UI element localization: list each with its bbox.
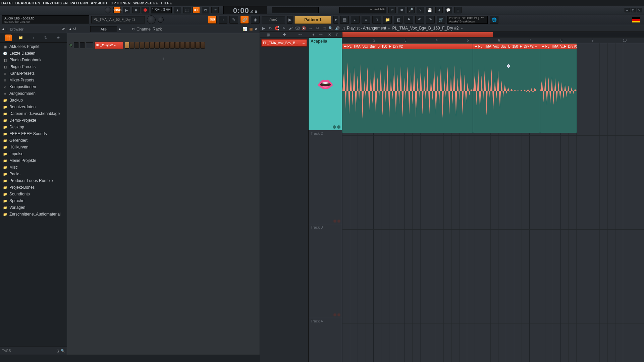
pl-select-icon[interactable]: ⬚ xyxy=(321,25,327,31)
step-1[interactable] xyxy=(125,42,129,49)
shop-icon[interactable]: 🛒 xyxy=(437,16,445,24)
picker-grid-icon[interactable]: ▦ xyxy=(265,32,271,38)
tree-item-vorlagen[interactable]: 📁Vorlagen xyxy=(0,204,67,211)
track-3-mute[interactable] xyxy=(333,313,336,316)
channel-pan-knob[interactable] xyxy=(74,42,78,48)
track-1-mute[interactable] xyxy=(333,125,336,129)
midi-play-icon[interactable]: ▶ xyxy=(287,16,292,24)
audio-clip-2[interactable]: ↦ PL_TMA_Vox_Bgv_B_150_F_Dry #2 ↤ xyxy=(473,43,540,133)
pattern-dropdown-icon[interactable]: ▾ xyxy=(333,16,338,24)
browser-audio-icon[interactable]: ♪ xyxy=(30,35,37,41)
channel-filter-dropdown[interactable]: Alle xyxy=(90,26,117,32)
step-15[interactable] xyxy=(195,42,200,49)
track-close-icon[interactable]: ✕ xyxy=(328,33,331,37)
step-8[interactable] xyxy=(160,42,165,49)
channel-pan-knob[interactable] xyxy=(158,17,164,23)
tree-item-impulse[interactable]: 📁Impulse xyxy=(0,150,67,157)
step-sequencer[interactable] xyxy=(125,42,205,49)
tree-item-misc[interactable]: 📁Misc xyxy=(0,164,67,171)
tree-item-producer-loops[interactable]: 📁Producer Loops Rumble xyxy=(0,177,67,184)
time-display[interactable]: 0:00.0 0 xyxy=(223,6,267,14)
browser-icon[interactable]: 📁 xyxy=(383,16,392,24)
minimap-region[interactable] xyxy=(342,32,493,37)
pl-play-icon[interactable]: ▶ xyxy=(261,25,267,31)
time-ruler[interactable]: 2 3 4 5 6 7 8 9 10 xyxy=(342,38,644,43)
menu-ansicht[interactable]: ANSICHT xyxy=(91,1,108,5)
track-wave-icon[interactable]: 〰 xyxy=(319,33,323,37)
tree-item-demo-projekte[interactable]: 📁Demo-Projekte xyxy=(0,117,67,124)
pl-playback-icon[interactable]: 🔊 xyxy=(334,25,340,31)
track-header-2[interactable]: Track 2 xyxy=(309,130,342,224)
play-button[interactable]: ▶ xyxy=(123,7,130,13)
audio-clip-3[interactable]: ↦ PL_TMA_V..F_Dry #2 xyxy=(540,43,577,133)
picker-add-icon[interactable]: ✚ xyxy=(281,32,287,38)
live-icon[interactable]: ◉ xyxy=(251,16,260,24)
typing-keyboard-icon[interactable]: ⌨ xyxy=(208,16,217,24)
step-5[interactable] xyxy=(145,42,150,49)
browser-tree[interactable]: ▣Aktuelles Projekt 🕒Letzte Dateien ◧Plug… xyxy=(0,43,67,347)
browser-collapse-icon[interactable]: ◂ xyxy=(2,27,4,31)
loop-rec-icon[interactable]: ⟳ xyxy=(211,7,219,13)
track-2-lane[interactable] xyxy=(342,136,644,230)
channel-mute-led[interactable] xyxy=(69,44,72,47)
breadcrumb-clip[interactable]: PL_TMA_Vox_Bgv_B_150_F_Dry #2 xyxy=(392,26,459,31)
pl-eraser-icon[interactable]: ⌫ xyxy=(294,25,300,31)
picker-wave-icon[interactable]: 〰 xyxy=(298,32,304,38)
track-2-mute[interactable] xyxy=(333,220,336,223)
playlist-view-icon[interactable]: ▦ xyxy=(340,16,349,24)
pl-zoom-icon[interactable]: 🔍 xyxy=(328,25,334,31)
track-3-solo[interactable] xyxy=(337,313,340,316)
menu-datei[interactable]: DATEI xyxy=(1,1,13,5)
pl-brush-icon[interactable]: 🖌 xyxy=(287,25,293,31)
step-11[interactable] xyxy=(175,42,180,49)
tempo-display[interactable]: 130.000 xyxy=(151,7,172,13)
tree-item-desktop[interactable]: 📁Desktop xyxy=(0,124,67,130)
browser-star-icon[interactable]: ★ xyxy=(55,35,62,41)
tree-item-aufgenommen[interactable]: ●Aufgenommen xyxy=(0,90,67,97)
step-icon[interactable]: → xyxy=(219,16,227,24)
news-panel[interactable]: 23:12 FL STUDIO 21 | 'I'm Awake' Breakdo… xyxy=(447,16,488,24)
step-13[interactable] xyxy=(185,42,190,49)
track-2-name[interactable]: Track 2 xyxy=(309,130,342,136)
playlist-grid[interactable]: 2 3 4 5 6 7 8 9 10 xyxy=(342,38,644,362)
main-volume-knob[interactable] xyxy=(105,7,111,13)
browser-back-icon[interactable]: ↑ xyxy=(6,27,8,31)
cr-history-icon[interactable]: ↺ xyxy=(73,27,76,31)
channel-route-button[interactable] xyxy=(86,42,93,48)
browser-all-icon[interactable]: ⬚ xyxy=(5,35,12,41)
channel-rack-icon[interactable]: ≡ xyxy=(362,16,370,24)
track-1-solo[interactable] xyxy=(337,125,340,129)
link-icon[interactable]: 🔗 xyxy=(240,16,249,24)
picker-clip-item[interactable]: PL_TMA_Vox_Bgv_B...↔ xyxy=(261,39,307,47)
pl-magnet-icon[interactable]: 🧲 xyxy=(274,25,280,31)
tree-item-kanal-presets[interactable]: ⎍Kanal-Presets xyxy=(0,70,67,77)
step-4[interactable] xyxy=(140,42,145,49)
track-3-lane[interactable] xyxy=(342,230,644,323)
download-icon[interactable]: ⤓ xyxy=(454,7,462,13)
redo-icon[interactable]: ↷ xyxy=(426,16,435,24)
pl-slip-icon[interactable]: ↔ xyxy=(308,25,314,31)
save-icon[interactable]: 💾 xyxy=(426,7,433,13)
overdub-icon[interactable]: ⧉ xyxy=(202,7,209,13)
track-1-lane[interactable]: ↦ PL_TMA_Vox_Bgv_B_150_F_Dry #2 ↦ PL_TMA… xyxy=(342,43,644,136)
step-3[interactable] xyxy=(135,42,140,49)
pl-mute-icon[interactable]: 🔇 xyxy=(301,25,307,31)
cr-graph-icon[interactable]: 📊 xyxy=(243,27,247,31)
tree-item-backup[interactable]: 📁Backup xyxy=(0,97,67,104)
record-button[interactable] xyxy=(142,7,149,13)
cr-grid-icon[interactable]: ▦ xyxy=(249,27,253,31)
globe-icon[interactable]: 🌐 xyxy=(490,16,498,24)
stop-button[interactable]: ■ xyxy=(132,7,140,13)
track-4-name[interactable]: Track 4 xyxy=(309,318,342,324)
mic-icon[interactable]: 🎤 xyxy=(407,7,415,13)
tree-item-gerendert[interactable]: 📁Gerendert xyxy=(0,137,67,144)
tree-item-meine-projekte[interactable]: 📁Meine Projekte xyxy=(0,157,67,164)
track-auto-icon[interactable]: ⎍ xyxy=(336,33,338,37)
tree-item-clipboard[interactable]: 📁Dateien in d..wischenablage xyxy=(0,110,67,117)
breadcrumb-playlist-icon[interactable]: ⎍ xyxy=(342,26,345,31)
step-12[interactable] xyxy=(180,42,185,49)
menu-pattern[interactable]: PATTERN xyxy=(70,1,88,5)
browser-history-icon[interactable]: ↻ xyxy=(43,35,49,41)
cr-close-icon[interactable]: ✕ xyxy=(255,27,258,31)
track-header-1[interactable]: Acapella 👄 xyxy=(309,38,342,130)
